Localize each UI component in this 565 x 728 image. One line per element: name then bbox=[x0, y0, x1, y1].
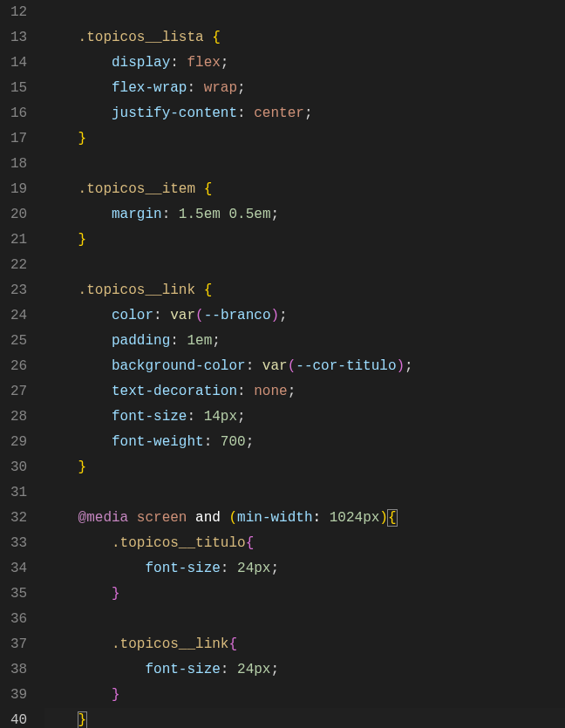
code-line[interactable]: padding: 1em; bbox=[44, 329, 565, 354]
line-number: 21 bbox=[10, 228, 27, 253]
line-number: 15 bbox=[10, 76, 27, 101]
line-number: 25 bbox=[10, 329, 27, 354]
line-number: 18 bbox=[10, 152, 27, 177]
code-line[interactable]: } bbox=[44, 683, 565, 708]
line-number: 26 bbox=[10, 354, 27, 379]
line-number: 22 bbox=[10, 253, 27, 278]
line-number: 12 bbox=[10, 0, 27, 25]
code-line[interactable]: } bbox=[44, 582, 565, 607]
line-number: 20 bbox=[10, 202, 27, 228]
code-line[interactable]: .topicos__item { bbox=[44, 177, 565, 202]
line-number: 30 bbox=[10, 455, 27, 480]
line-number: 13 bbox=[10, 25, 27, 51]
code-line[interactable]: font-size: 24px; bbox=[44, 556, 565, 582]
line-number: 28 bbox=[10, 405, 27, 430]
line-number: 36 bbox=[10, 607, 27, 632]
line-number: 16 bbox=[10, 101, 27, 126]
code-line[interactable]: display: flex; bbox=[44, 51, 565, 76]
code-line[interactable]: font-weight: 700; bbox=[44, 430, 565, 455]
code-line[interactable]: } bbox=[44, 455, 565, 480]
code-line[interactable]: margin: 1.5em 0.5em; bbox=[44, 202, 565, 228]
code-line[interactable] bbox=[44, 0, 565, 25]
code-line[interactable]: } bbox=[44, 228, 565, 253]
code-line[interactable]: font-size: 14px; bbox=[44, 405, 565, 430]
line-number: 32 bbox=[10, 506, 27, 531]
line-number: 37 bbox=[10, 632, 27, 657]
code-line[interactable] bbox=[44, 253, 565, 278]
code-line[interactable]: color: var(--branco); bbox=[44, 303, 565, 329]
line-number: 24 bbox=[10, 303, 27, 329]
line-number: 38 bbox=[10, 657, 27, 683]
line-number: 34 bbox=[10, 556, 27, 582]
code-line[interactable]: .topicos__titulo{ bbox=[44, 531, 565, 556]
line-number: 31 bbox=[10, 480, 27, 506]
line-number-gutter: 1213141516171819202122232425262728293031… bbox=[0, 0, 44, 728]
code-line[interactable]: } bbox=[44, 708, 565, 728]
code-line[interactable] bbox=[44, 152, 565, 177]
code-line[interactable]: .topicos__link { bbox=[44, 278, 565, 303]
line-number: 23 bbox=[10, 278, 27, 303]
line-number: 17 bbox=[10, 126, 27, 152]
line-number: 39 bbox=[10, 683, 27, 708]
line-number: 14 bbox=[10, 51, 27, 76]
code-line[interactable] bbox=[44, 607, 565, 632]
line-number: 27 bbox=[10, 379, 27, 405]
code-line[interactable]: background-color: var(--cor-titulo); bbox=[44, 354, 565, 379]
code-line[interactable] bbox=[44, 480, 565, 506]
code-line[interactable]: font-size: 24px; bbox=[44, 657, 565, 683]
code-line[interactable]: justify-content: center; bbox=[44, 101, 565, 126]
code-line[interactable]: flex-wrap: wrap; bbox=[44, 76, 565, 101]
code-line[interactable]: text-decoration: none; bbox=[44, 379, 565, 405]
line-number: 19 bbox=[10, 177, 27, 202]
line-number: 35 bbox=[10, 582, 27, 607]
code-area[interactable]: .topicos__lista { display: flex; flex-wr… bbox=[44, 0, 565, 728]
line-number: 40 bbox=[10, 708, 27, 728]
code-line[interactable]: .topicos__link{ bbox=[44, 632, 565, 657]
code-line[interactable]: } bbox=[44, 126, 565, 152]
code-line[interactable]: .topicos__lista { bbox=[44, 25, 565, 51]
line-number: 29 bbox=[10, 430, 27, 455]
code-editor[interactable]: 1213141516171819202122232425262728293031… bbox=[0, 0, 565, 728]
code-line[interactable]: @media screen and (min-width: 1024px){ bbox=[44, 506, 565, 531]
line-number: 33 bbox=[10, 531, 27, 556]
